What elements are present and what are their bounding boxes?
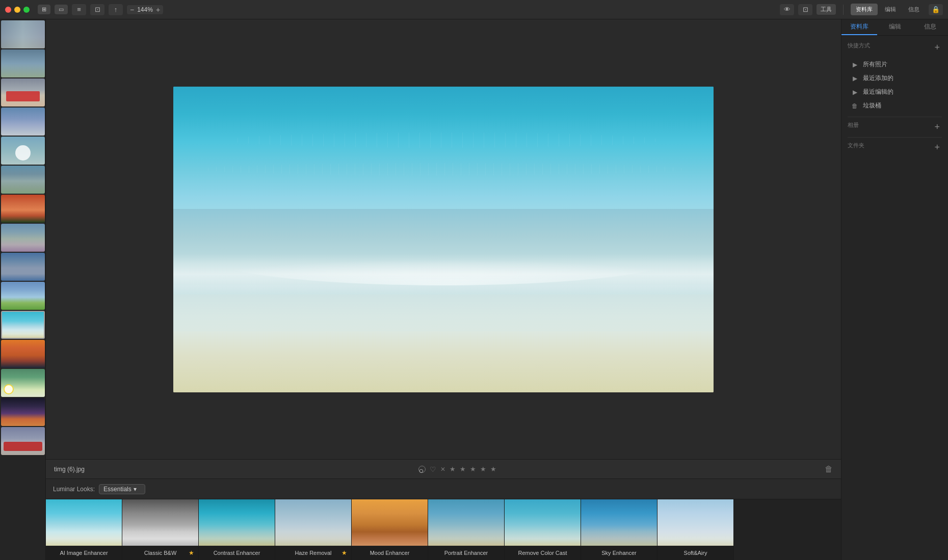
sidebar-item-label: 所有照片 bbox=[863, 60, 887, 69]
list-item[interactable] bbox=[1, 137, 45, 165]
list-item[interactable] bbox=[1, 195, 45, 223]
list-item[interactable] bbox=[1, 20, 45, 48]
maximize-button[interactable] bbox=[23, 7, 30, 13]
tab-edit[interactable]: 编辑 bbox=[880, 4, 901, 15]
compare-button[interactable]: ⊡ bbox=[798, 4, 812, 15]
looks-bar: Luminar Looks: Essentials ▾ bbox=[46, 478, 841, 499]
sidebar-item-recently-edited[interactable]: ▶ 最近编辑的 bbox=[848, 85, 942, 99]
preset-portrait-enhancer[interactable]: Portrait Enhancer bbox=[428, 499, 505, 560]
list-item[interactable] bbox=[1, 166, 45, 194]
tab-info[interactable]: 信息 bbox=[903, 4, 925, 15]
folders-label: 文件夹 bbox=[848, 142, 864, 149]
photo-container bbox=[173, 87, 714, 392]
add-folder-button[interactable]: + bbox=[932, 142, 942, 153]
preset-label-bar: Sky Enhancer bbox=[581, 546, 657, 560]
tab-library-sidebar[interactable]: 资料库 bbox=[841, 19, 877, 35]
presets-strip: AI Image Enhancer Classic B&W ★ Contrast… bbox=[46, 499, 841, 560]
star-3[interactable]: ★ bbox=[470, 465, 476, 473]
main-tabs: 资料库 编辑 信息 bbox=[851, 4, 925, 15]
list-item[interactable] bbox=[1, 49, 45, 77]
layout-button[interactable]: ⊡ bbox=[90, 4, 104, 15]
preset-mood-preview bbox=[352, 499, 428, 546]
preset-remove-color-cast[interactable]: Remove Color Cast bbox=[505, 499, 581, 560]
preset-portrait-preview bbox=[428, 499, 504, 546]
main-layout: timg (6).jpg ○ ♡ ✕ ★ ★ ★ ★ ★ 🗑 Luminar L… bbox=[0, 19, 948, 560]
preset-bw-preview bbox=[122, 499, 198, 546]
preset-label-bar: Remove Color Cast bbox=[505, 546, 581, 560]
preset-name: Remove Color Cast bbox=[509, 550, 576, 556]
preset-classic-bw[interactable]: Classic B&W ★ bbox=[122, 499, 199, 560]
zoom-minus-button[interactable]: − bbox=[130, 6, 134, 13]
preset-mood-enhancer[interactable]: Mood Enhancer bbox=[352, 499, 428, 560]
grid-view-button[interactable]: ⊞ bbox=[38, 5, 50, 14]
trash-sidebar-icon: 🗑 bbox=[851, 102, 859, 110]
rating-heart[interactable]: ♡ bbox=[430, 465, 436, 473]
sidebar-content: 快捷方式 + ▶ 所有照片 ▶ 最近添加的 ▶ 最近编辑的 🗑 垃圾桶 相册 bbox=[841, 36, 948, 560]
bottom-bar: timg (6).jpg ○ ♡ ✕ ★ ★ ★ ★ ★ 🗑 bbox=[46, 459, 841, 478]
list-item[interactable] bbox=[1, 282, 45, 310]
preset-sky-preview bbox=[581, 499, 657, 546]
preset-ai-image-enhancer[interactable]: AI Image Enhancer bbox=[46, 499, 122, 560]
tools-button[interactable]: 工具 bbox=[817, 4, 836, 15]
delete-button[interactable]: 🗑 bbox=[825, 465, 833, 474]
sidebar-item-label: 垃圾桶 bbox=[863, 101, 881, 110]
preset-label-bar: Contrast Enhancer bbox=[199, 546, 275, 560]
add-album-button[interactable]: + bbox=[932, 122, 942, 132]
list-item[interactable] bbox=[1, 398, 45, 426]
zoom-plus-button[interactable]: + bbox=[156, 6, 160, 13]
single-view-button[interactable]: ▭ bbox=[55, 5, 68, 14]
preset-sky-enhancer[interactable]: Sky Enhancer bbox=[581, 499, 657, 560]
star-2[interactable]: ★ bbox=[460, 465, 466, 473]
preset-contrast-preview bbox=[199, 499, 275, 546]
menu-button[interactable]: ≡ bbox=[72, 4, 86, 15]
add-shortcut-button[interactable]: + bbox=[932, 42, 942, 53]
list-item[interactable] bbox=[1, 311, 45, 339]
preset-label-bar: Mood Enhancer bbox=[352, 546, 428, 560]
main-image bbox=[173, 87, 714, 392]
list-item[interactable] bbox=[1, 108, 45, 136]
rating-circle[interactable]: ○ bbox=[418, 466, 426, 473]
preset-haze-removal[interactable]: Haze Removal ★ bbox=[275, 499, 352, 560]
star-5[interactable]: ★ bbox=[490, 465, 496, 473]
list-item[interactable] bbox=[1, 340, 45, 368]
list-item[interactable] bbox=[1, 78, 45, 106]
looks-label: Luminar Looks: bbox=[53, 486, 95, 493]
looks-dropdown[interactable]: Essentials ▾ bbox=[99, 484, 145, 494]
preset-ai-preview bbox=[46, 499, 122, 546]
photos-icon: ▶ bbox=[851, 61, 859, 68]
tab-edit-sidebar[interactable]: 编辑 bbox=[877, 19, 913, 35]
recently-added-icon: ▶ bbox=[851, 75, 859, 82]
export-button[interactable]: ↑ bbox=[109, 4, 123, 15]
sidebar-item-trash[interactable]: 🗑 垃圾桶 bbox=[848, 99, 942, 113]
list-item[interactable] bbox=[1, 253, 45, 281]
sidebar-item-all-photos[interactable]: ▶ 所有照片 bbox=[848, 58, 942, 71]
list-item[interactable] bbox=[1, 224, 45, 252]
looks-dropdown-value: Essentials bbox=[103, 486, 131, 493]
star-1[interactable]: ★ bbox=[450, 465, 456, 473]
water-foam bbox=[173, 254, 714, 295]
list-item[interactable] bbox=[1, 369, 45, 397]
tab-library[interactable]: 资料库 bbox=[851, 4, 878, 15]
rating-reject[interactable]: ✕ bbox=[440, 466, 445, 473]
preset-name: Soft&Airy bbox=[662, 550, 729, 556]
close-button[interactable] bbox=[5, 7, 11, 13]
preset-label-bar: AI Image Enhancer bbox=[46, 546, 122, 560]
sidebar-item-recently-added[interactable]: ▶ 最近添加的 bbox=[848, 71, 942, 85]
star-icon: ★ bbox=[341, 549, 347, 556]
eyedropper-button[interactable]: 👁 bbox=[780, 4, 794, 15]
list-item[interactable] bbox=[1, 427, 45, 455]
preset-contrast-enhancer[interactable]: Contrast Enhancer bbox=[199, 499, 275, 560]
recently-edited-icon: ▶ bbox=[851, 89, 859, 96]
preset-soft-airy[interactable]: Soft&Airy bbox=[657, 499, 734, 560]
thumbnail-sidebar bbox=[0, 19, 46, 560]
sidebar-item-label: 最近添加的 bbox=[863, 74, 893, 83]
star-4[interactable]: ★ bbox=[480, 465, 486, 473]
preset-label-bar: Classic B&W ★ bbox=[122, 546, 198, 560]
preset-name: AI Image Enhancer bbox=[50, 550, 118, 556]
minimize-button[interactable] bbox=[14, 7, 20, 13]
tab-info-sidebar[interactable]: 信息 bbox=[912, 19, 948, 35]
preset-label-bar: Haze Removal ★ bbox=[275, 546, 351, 560]
filename: timg (6).jpg bbox=[54, 466, 85, 473]
lock-button[interactable]: 🔒 bbox=[929, 4, 943, 15]
right-sidebar: 资料库 编辑 信息 快捷方式 + ▶ 所有照片 ▶ 最近添加的 ▶ 最近编辑的 … bbox=[841, 19, 948, 560]
